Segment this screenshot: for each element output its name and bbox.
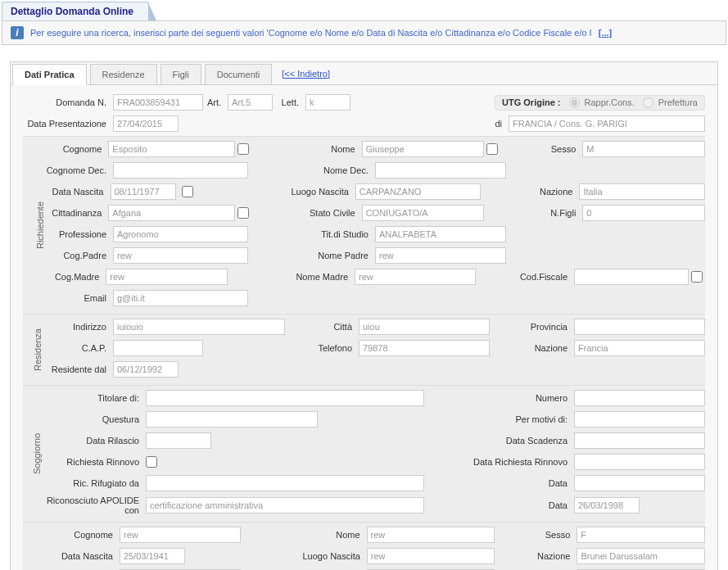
domanda-n-field[interactable] (113, 94, 203, 111)
label-nome: Nome (288, 144, 362, 154)
label-nome-padre: Nome Padre (301, 251, 375, 260)
back-link[interactable]: [<< Indietro] (282, 69, 330, 79)
ric-rifugiato-field[interactable] (146, 475, 424, 491)
telefono-field[interactable] (359, 340, 490, 356)
nome-padre-field[interactable] (375, 247, 506, 264)
apolide-field[interactable] (146, 497, 424, 513)
label-art: Art. (203, 97, 228, 107)
section-label-soggiorno: Soggiorno (32, 433, 42, 474)
con-luogo-nascita-field[interactable] (367, 548, 495, 564)
section-soggiorno: Soggiorno Titolare di: Numero Questura P… (23, 385, 705, 522)
label-nome-dec: Nome Dec. (301, 165, 375, 175)
cod-fiscale-field[interactable] (574, 269, 689, 285)
label-questura: Questura (39, 414, 146, 424)
info-icon: i (11, 26, 24, 39)
label-titolare-di: Titolare di: (39, 393, 146, 403)
label-nazione: Nazione (497, 187, 579, 197)
label-data-nascita: Data Nascita (39, 187, 111, 197)
data-nascita-field[interactable] (111, 183, 176, 200)
email-field[interactable] (113, 290, 248, 306)
cognome-field[interactable] (108, 141, 234, 157)
section-label-richiedente: Richiedente (35, 201, 45, 249)
info-more-link[interactable]: [...] (599, 28, 613, 38)
label-numero: Numero (451, 393, 574, 403)
cog-madre-field[interactable] (106, 269, 228, 285)
main-panel: Dati Pratica Residenze Figli Documenti [… (10, 61, 718, 570)
label-utg: UTG Origine : (502, 97, 561, 107)
label-nome-madre: Nome Madre (281, 272, 355, 282)
label-con-luogo-nascita: Luogo Nascita (293, 551, 367, 561)
label-cod-fiscale: Cod.Fiscale (492, 272, 574, 282)
con-nazione-field[interactable] (577, 548, 705, 564)
cittadinanza-checkbox[interactable] (237, 207, 249, 219)
label-res-nazione: Nazione (492, 343, 574, 353)
nome-field[interactable] (362, 141, 485, 157)
cod-fiscale-checkbox[interactable] (691, 271, 703, 283)
label-data-rich-rinnovo: Data Richiesta Rinnovo (451, 457, 574, 467)
data-rich-rinnovo-field[interactable] (574, 454, 705, 470)
label-con-sesso: Sesso (495, 530, 577, 540)
con-data-nascita-field[interactable] (120, 548, 185, 564)
tab-figli[interactable]: Figli (161, 64, 201, 84)
label-con-nazione: Nazione (495, 551, 577, 561)
provincia-field[interactable] (574, 319, 705, 335)
label-luogo-nascita: Luogo Nascita (282, 187, 355, 197)
apolide-data-field[interactable] (574, 497, 640, 513)
label-con-data-nascita: Data Nascita (39, 551, 120, 561)
questura-field[interactable] (146, 411, 318, 428)
richiesta-rinnovo-checkbox[interactable] (146, 456, 157, 468)
art-field[interactable] (228, 94, 273, 111)
label-stato-civile: Stato Civile (288, 208, 362, 218)
info-box: i Per eseguire una ricerca, inserisci pa… (2, 20, 726, 45)
stato-civile-field[interactable] (362, 205, 485, 221)
label-telefono: Telefono (310, 343, 359, 353)
tab-residenze[interactable]: Residenze (90, 64, 157, 84)
data-rifugiato-field[interactable] (574, 475, 705, 491)
cap-field[interactable] (113, 340, 203, 356)
nome-dec-field[interactable] (375, 162, 506, 179)
tit-studio-field[interactable] (375, 226, 506, 242)
radio-rappr[interactable] (569, 97, 580, 108)
lett-field[interactable] (305, 94, 350, 111)
cittadinanza-field[interactable] (108, 205, 234, 221)
label-apolide-data: Data (451, 500, 574, 510)
di-field[interactable] (509, 115, 705, 132)
citta-field[interactable] (359, 319, 490, 335)
numero-field[interactable] (574, 390, 705, 406)
page-title-tab: Dettaglio Domanda Online (2, 2, 149, 20)
label-apolide: Riconosciuto APOLIDE con (39, 495, 146, 515)
professione-field[interactable] (113, 226, 248, 242)
label-n-figli: N.Figli (500, 208, 582, 218)
nome-madre-field[interactable] (355, 269, 476, 285)
sesso-field[interactable] (582, 141, 705, 157)
con-nome-field[interactable] (367, 527, 495, 543)
label-cog-padre: Cog.Padre (39, 251, 113, 260)
utg-group: UTG Origine : Rappr.Cons. Prefettura (495, 95, 705, 111)
nome-checkbox[interactable] (486, 143, 498, 155)
data-rilascio-field[interactable] (146, 432, 211, 449)
nazione-field[interactable] (579, 183, 705, 200)
cognome-dec-field[interactable] (113, 162, 248, 179)
data-nascita-checkbox[interactable] (182, 186, 193, 197)
label-domanda-n: Domanda N. (23, 97, 113, 107)
con-cognome-field[interactable] (120, 527, 241, 543)
data-scadenza-field[interactable] (574, 432, 705, 449)
label-indirizzo: Indirizzo (39, 322, 113, 332)
data-pres-field[interactable] (113, 115, 179, 132)
luogo-nascita-field[interactable] (355, 183, 482, 200)
cog-padre-field[interactable] (113, 247, 248, 264)
per-motivi-field[interactable] (574, 411, 705, 428)
residente-dal-field[interactable] (113, 361, 179, 378)
n-figli-field[interactable] (582, 205, 705, 221)
indirizzo-field[interactable] (113, 319, 285, 335)
radio-prefettura[interactable] (643, 97, 653, 108)
cognome-checkbox[interactable] (237, 143, 249, 155)
tab-dati-pratica[interactable]: Dati Pratica (12, 64, 87, 85)
tab-documenti[interactable]: Documenti (205, 64, 273, 84)
con-sesso-field[interactable] (577, 527, 705, 543)
label-email: Email (39, 293, 113, 303)
res-nazione-field[interactable] (574, 340, 705, 356)
titolare-di-field[interactable] (146, 390, 424, 406)
label-residente-dal: Residente dal (39, 364, 113, 374)
label-data-pres: Data Presentazione (23, 119, 113, 129)
